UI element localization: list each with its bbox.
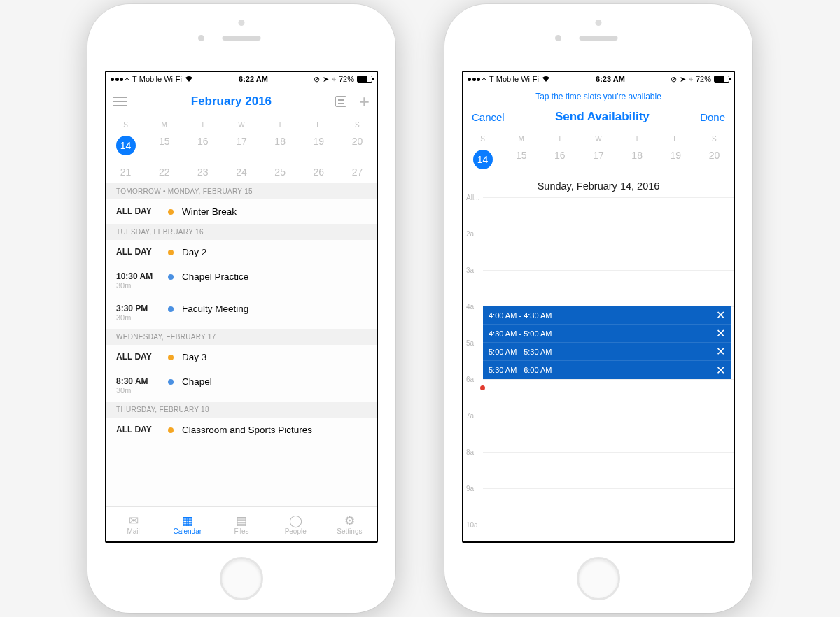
remove-slot-icon[interactable]: ✕ xyxy=(716,308,725,322)
slot-label: 5:00 AM - 5:30 AM xyxy=(489,348,552,356)
screen-availability: T-Mobile Wi-Fi 6:23 AM ⊘ ➤ ⌖ 72% Tap the… xyxy=(462,71,735,543)
slot-label: 4:30 AM - 5:00 AM xyxy=(489,329,552,338)
event-row[interactable]: 10:30 AM30mChapel Practice xyxy=(106,264,377,297)
date-cell[interactable]: 14 xyxy=(463,144,502,175)
availability-block[interactable]: 4:00 AM - 4:30 AM✕4:30 AM - 5:00 AM✕5:00… xyxy=(483,306,731,379)
hour-line xyxy=(483,270,734,271)
event-row[interactable]: 8:30 AM30mChapel xyxy=(106,369,377,402)
event-row[interactable]: ALL DAYWinter Break xyxy=(106,199,377,224)
event-color-dot xyxy=(168,306,174,312)
weekday-label: W xyxy=(579,135,617,143)
nav-bar: Cancel Send Availability Done xyxy=(463,103,734,131)
weekday-header: SMTWTFS xyxy=(106,117,377,130)
date-cell[interactable]: 14 xyxy=(106,130,145,161)
date-cell[interactable]: 17 xyxy=(579,144,617,175)
event-title: Winter Break xyxy=(182,206,237,217)
tab-label: People xyxy=(285,527,307,535)
timeline[interactable]: All...2a3a4a5a6a7a8a9a10a4:00 AM - 4:30 … xyxy=(463,197,734,541)
availability-slot[interactable]: 5:00 AM - 5:30 AM✕ xyxy=(483,343,731,361)
date-cell[interactable]: 19 xyxy=(657,144,695,175)
event-title: Day 2 xyxy=(182,247,206,257)
event-row[interactable]: ALL DAYDay 2 xyxy=(106,240,377,264)
slot-label: 5:30 AM - 6:00 AM xyxy=(489,366,552,374)
carrier-label: T-Mobile Wi-Fi xyxy=(489,75,539,83)
tab-label: Calendar xyxy=(173,527,202,535)
clock-label: 6:22 AM xyxy=(239,75,268,83)
wifi-icon xyxy=(542,76,550,83)
settings-icon: ⚙ xyxy=(342,513,357,526)
date-cell[interactable]: 24 xyxy=(222,161,260,183)
event-row[interactable]: ALL DAYDay 3 xyxy=(106,345,377,369)
date-row-1: 14151617181920 xyxy=(106,130,377,161)
tab-settings[interactable]: ⚙Settings xyxy=(323,507,377,541)
availability-slot[interactable]: 4:30 AM - 5:00 AM✕ xyxy=(483,325,731,343)
hour-label: 10a xyxy=(466,521,478,529)
weekday-label: M xyxy=(145,121,183,129)
done-button[interactable]: Done xyxy=(700,111,725,123)
tab-mail[interactable]: ✉Mail xyxy=(106,507,160,541)
date-cell[interactable]: 21 xyxy=(106,161,145,183)
event-color-dot xyxy=(168,209,174,215)
remove-slot-icon[interactable]: ✕ xyxy=(716,345,725,358)
event-color-dot xyxy=(168,379,174,385)
date-cell[interactable]: 18 xyxy=(618,144,657,175)
date-cell[interactable]: 15 xyxy=(502,144,540,175)
tab-people[interactable]: ◯People xyxy=(269,507,323,541)
event-time: 10:30 AM30m xyxy=(116,271,160,290)
menu-icon[interactable] xyxy=(113,97,127,106)
date-cell[interactable]: 16 xyxy=(183,130,222,161)
date-cell[interactable]: 25 xyxy=(261,161,300,183)
event-time: ALL DAY xyxy=(116,352,160,362)
tab-calendar[interactable]: ▦Calendar xyxy=(160,507,214,541)
date-cell[interactable]: 18 xyxy=(261,130,300,161)
hour-label: 6a xyxy=(466,376,474,383)
screen-title: Send Availability xyxy=(555,110,650,124)
date-cell[interactable]: 27 xyxy=(338,161,377,183)
signal-dots-icon xyxy=(111,78,130,81)
month-title[interactable]: February 2016 xyxy=(191,94,272,108)
mail-icon: ✉ xyxy=(126,513,141,526)
date-cell[interactable]: 23 xyxy=(183,161,222,183)
add-event-icon[interactable]: + xyxy=(359,96,370,107)
battery-icon xyxy=(714,76,729,83)
status-bar: T-Mobile Wi-Fi 6:22 AM ⊘ ➤ ⌖ 72% xyxy=(106,72,377,86)
availability-slot[interactable]: 5:30 AM - 6:00 AM✕ xyxy=(483,361,731,379)
cancel-button[interactable]: Cancel xyxy=(472,111,505,123)
remove-slot-icon[interactable]: ✕ xyxy=(716,364,725,377)
hour-label: 4a xyxy=(466,303,474,311)
signal-dots-icon xyxy=(468,78,486,81)
bluetooth-icon: ⌖ xyxy=(332,75,336,84)
event-row[interactable]: ALL DAYClassroom and Sports Pictures xyxy=(106,418,377,442)
hour-label: All... xyxy=(466,194,479,201)
weekday-header: SMTWTFS xyxy=(463,131,734,144)
remove-slot-icon[interactable]: ✕ xyxy=(716,327,725,340)
carrier-label: T-Mobile Wi-Fi xyxy=(132,75,182,83)
tab-files[interactable]: ▤Files xyxy=(214,507,268,541)
date-row: 14151617181920 xyxy=(463,144,734,175)
agenda-view-icon[interactable] xyxy=(335,96,346,107)
home-button[interactable] xyxy=(220,557,263,600)
event-row[interactable]: 3:30 PM30mFaculty Meeting xyxy=(106,297,377,329)
date-cell[interactable]: 16 xyxy=(540,144,579,175)
tab-bar: ✉Mail▦Calendar▤Files◯People⚙Settings xyxy=(106,506,377,541)
date-cell[interactable]: 20 xyxy=(695,144,734,175)
date-cell[interactable]: 19 xyxy=(300,130,338,161)
selected-date-label: Sunday, February 14, 2016 xyxy=(463,175,734,197)
event-title: Day 3 xyxy=(182,352,206,362)
event-color-dot xyxy=(168,355,174,360)
date-cell[interactable]: 17 xyxy=(222,130,260,161)
weekday-label: W xyxy=(222,121,260,129)
weekday-label: T xyxy=(540,135,579,143)
home-button[interactable] xyxy=(577,557,620,600)
date-cell[interactable]: 20 xyxy=(338,130,377,161)
availability-slot[interactable]: 4:00 AM - 4:30 AM✕ xyxy=(483,306,731,325)
date-cell[interactable]: 15 xyxy=(145,130,183,161)
hour-line xyxy=(483,452,734,453)
agenda-list[interactable]: TOMORROW • MONDAY, FEBRUARY 15ALL DAYWin… xyxy=(106,183,377,506)
weekday-label: S xyxy=(463,135,502,143)
date-cell[interactable]: 22 xyxy=(145,161,183,183)
date-cell[interactable]: 26 xyxy=(300,161,338,183)
current-time-indicator xyxy=(483,388,734,388)
section-header: THURSDAY, FEBRUARY 18 xyxy=(106,402,377,418)
hour-line xyxy=(483,379,734,380)
